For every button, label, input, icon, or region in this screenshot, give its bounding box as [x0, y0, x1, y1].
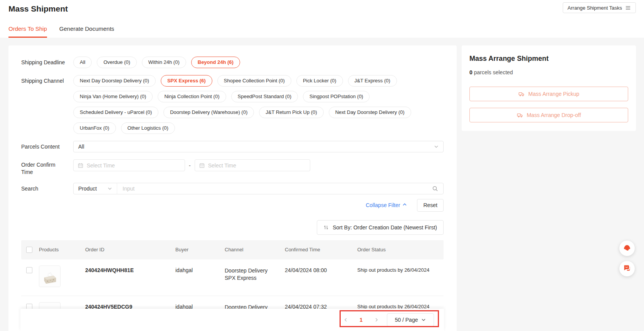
- mass-shipment-page: Mass Shipment Arrange Shipment Tasks Ord…: [0, 0, 644, 331]
- column-header: Order Status: [357, 247, 444, 252]
- mass-arrange-dropoff-button[interactable]: Mass Arrange Drop-off: [469, 108, 628, 122]
- shipping-channel-pill[interactable]: Pick Locker (0): [296, 75, 343, 87]
- search-type-value: Product: [78, 186, 102, 192]
- shipping-channel-pill-row: Next Day Doorstep Delivery (0)SPX Expres…: [73, 75, 444, 87]
- column-header: Channel: [225, 246, 285, 253]
- shipping-channel-pill[interactable]: Next Day Doorstep Delivery (0): [329, 107, 411, 118]
- row-checkbox-cell: [21, 267, 39, 273]
- mass-arrange-pickup-button[interactable]: Mass Arrange Pickup: [469, 87, 628, 101]
- shipping-channel-label: Shipping Channel: [21, 75, 73, 87]
- parcels-content-row: Parcels Content All: [21, 141, 444, 152]
- shipping-channel-pill-row: UrbanFox (0)Other Logistics (0): [73, 122, 444, 134]
- parcels-content-value: All: [78, 144, 434, 150]
- confirm-time-from-input[interactable]: Select Time: [73, 159, 185, 171]
- shipping-channel-pill[interactable]: J&T Return Pick Up (0): [259, 107, 323, 118]
- shipping-channel-pill[interactable]: SpeedPost Standard (0): [231, 91, 298, 102]
- column-header: Products: [39, 247, 85, 252]
- column-header: Order ID: [85, 247, 175, 252]
- tab-orders-to-ship[interactable]: Orders To Ship: [8, 25, 47, 38]
- shipping-channel-pill[interactable]: Singpost POPstation (0): [303, 91, 370, 102]
- confirm-time-to-input[interactable]: Select Time: [195, 159, 310, 171]
- parcels-content-select[interactable]: All: [73, 141, 444, 152]
- shipping-channel-pill-row: Ninja Van (Home Delivery) (0)Ninja Colle…: [73, 91, 444, 102]
- previous-page-button[interactable]: [341, 315, 351, 325]
- shipping-channel-pill[interactable]: Ninja Collection Point (0): [158, 91, 226, 102]
- collapse-filter-label: Collapse Filter: [366, 202, 400, 208]
- reset-button[interactable]: Reset: [417, 199, 444, 212]
- shipping-deadline-row: Shipping Deadline AllOverdue (0)Within 2…: [21, 57, 444, 68]
- shipping-channel-pill[interactable]: UrbanFox (0): [73, 122, 116, 134]
- shipping-deadline-pill[interactable]: Within 24h (0): [142, 57, 186, 68]
- menu-icon: [625, 5, 631, 11]
- search-input[interactable]: Input: [117, 186, 427, 192]
- collapse-filter-link[interactable]: Collapse Filter: [366, 202, 407, 208]
- chevron-up-icon: [402, 202, 407, 208]
- shipping-channel-pill[interactable]: Ninja Van (Home Delivery) (0): [73, 91, 153, 102]
- headset-icon: [623, 243, 631, 253]
- date-range-separator: -: [189, 162, 191, 169]
- mass-arrange-panel: Mass Arrange Shipment 0 parcels selected…: [462, 45, 636, 131]
- column-header: Confirmed Time: [285, 247, 357, 252]
- shipping-channel-pill[interactable]: Doorstep Delivery (Warehouse) (0): [163, 107, 254, 118]
- shipping-channel-pill[interactable]: Shopee Collection Point (0): [217, 75, 291, 87]
- chevron-down-icon: [434, 144, 439, 149]
- confirmed-time: 24/04/2024 08:00: [285, 267, 357, 273]
- shipping-deadline-pill[interactable]: All: [73, 57, 92, 68]
- row-checkbox[interactable]: [26, 267, 32, 273]
- calendar-icon: [199, 163, 205, 168]
- order-confirm-time-label: Order Confirm Time: [21, 159, 73, 176]
- channel-cell: Doorstep Delivery SPX Express: [225, 267, 285, 282]
- shipping-deadline-pill[interactable]: Overdue (0): [97, 57, 136, 68]
- shipping-channel-pill[interactable]: Other Logistics (0): [121, 122, 175, 134]
- shipping-channel-pill[interactable]: Scheduled Delivery - uParcel (0): [73, 107, 158, 118]
- channel-line2: SPX Express: [225, 274, 285, 282]
- search-type-select[interactable]: Product: [74, 183, 117, 194]
- mass-arrange-dropoff-label: Mass Arrange Drop-off: [527, 112, 581, 118]
- mass-arrange-title: Mass Arrange Shipment: [469, 55, 628, 63]
- shipping-channel-pill[interactable]: J&T Express (0): [348, 75, 397, 87]
- search-icon[interactable]: [427, 186, 443, 192]
- search-row: Search Product Input: [21, 183, 444, 194]
- order-status: Ship out products by 26/04/2024: [357, 267, 444, 273]
- chat-button[interactable]: [619, 261, 635, 276]
- page-size-select[interactable]: 50 / Page: [387, 313, 434, 326]
- mass-arrange-pickup-label: Mass Arrange Pickup: [528, 91, 579, 97]
- calendar-icon: [78, 163, 83, 168]
- search-box: Product Input: [73, 183, 444, 194]
- confirm-time-to-placeholder: Select Time: [208, 162, 236, 169]
- pagination-bar: 1 50 / Page: [20, 309, 444, 331]
- parcels-selected-text: 0 parcels selected: [469, 69, 628, 75]
- shipping-deadline-pill[interactable]: Beyond 24h (6): [191, 57, 240, 68]
- parcels-content-label: Parcels Content: [21, 141, 73, 152]
- column-header: Buyer: [175, 247, 225, 252]
- tab-bar: Orders To Ship Generate Documents: [8, 25, 114, 38]
- sort-by-button[interactable]: Sort By: Order Creation Date (Newest Fir…: [317, 220, 444, 235]
- chat-bubble-icon: [623, 264, 631, 274]
- current-page-number[interactable]: 1: [356, 317, 366, 323]
- shipping-channel-pill-row: Scheduled Delivery - uParcel (0)Doorstep…: [73, 107, 444, 118]
- support-button[interactable]: [619, 241, 635, 256]
- chevron-down-icon: [108, 186, 112, 191]
- shipping-deadline-pills: AllOverdue (0)Within 24h (0)Beyond 24h (…: [73, 57, 444, 68]
- shipping-channel-pill[interactable]: SPX Express (6): [161, 75, 212, 87]
- next-page-button[interactable]: [372, 315, 382, 325]
- shipping-channel-pill[interactable]: Next Day Doorstep Delivery (0): [73, 75, 156, 87]
- order-id: 240424HWQHH81E: [85, 267, 134, 273]
- confirm-time-from-placeholder: Select Time: [87, 162, 115, 169]
- row-products-cell: [39, 267, 85, 287]
- sort-by-label: Sort By: Order Creation Date (Newest Fir…: [333, 224, 437, 231]
- arrange-shipment-tasks-label: Arrange Shipment Tasks: [568, 5, 622, 11]
- table-header-row: ProductsOrder IDBuyerChannelConfirmed Ti…: [21, 240, 444, 259]
- sort-icon: [323, 225, 329, 230]
- truck-icon: [518, 91, 525, 97]
- select-all-checkbox[interactable]: [26, 247, 32, 253]
- chevron-down-icon: [421, 318, 426, 322]
- orders-filter-card: Shipping Deadline AllOverdue (0)Within 2…: [8, 45, 457, 331]
- arrange-shipment-tasks-button[interactable]: Arrange Shipment Tasks: [563, 2, 636, 13]
- truck-icon: [517, 112, 523, 119]
- shipping-channel-row: Shipping Channel Next Day Doorstep Deliv…: [21, 75, 444, 134]
- page-header: Mass Shipment Arrange Shipment Tasks Ord…: [0, 0, 644, 38]
- tab-generate-documents[interactable]: Generate Documents: [59, 25, 114, 38]
- shipping-deadline-label: Shipping Deadline: [21, 57, 73, 68]
- parcels-selected-count: 0: [469, 69, 472, 75]
